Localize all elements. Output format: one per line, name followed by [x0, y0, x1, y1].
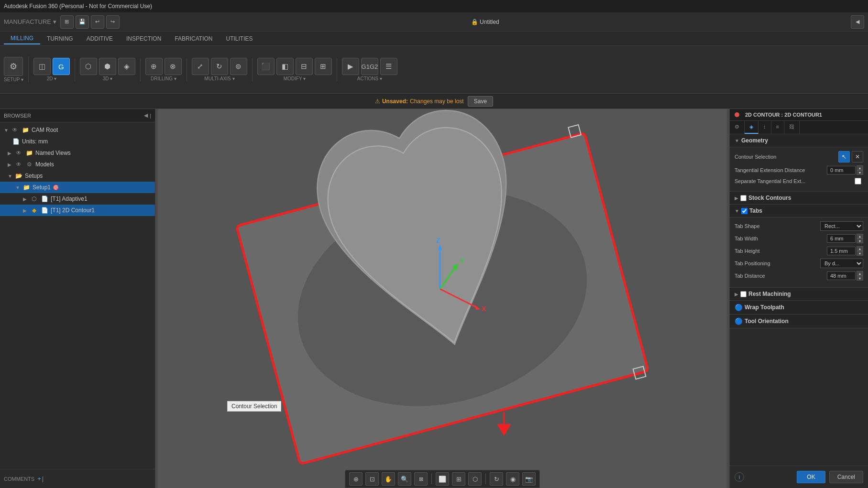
tree-item-models[interactable]: ▶ 👁 ⚙ Models	[0, 159, 155, 170]
redo-button[interactable]: ↪	[106, 15, 120, 29]
contour-select-button[interactable]: ↖	[838, 151, 850, 163]
2d-icon-2[interactable]: G	[53, 58, 70, 75]
rest-machining-checkbox[interactable]	[740, 291, 747, 297]
panel-tab-passes[interactable]: ≡	[771, 121, 784, 134]
drill-icon-2[interactable]: ⊗	[165, 58, 182, 75]
view-cube-icon[interactable]: ⬡	[468, 472, 482, 486]
tree-item-2dcontour1[interactable]: ▶ ◆ 📄 [T1] 2D Contour1	[0, 205, 155, 216]
tab-height-up[interactable]: ▲	[857, 246, 863, 251]
new-button[interactable]: ⊞	[60, 15, 74, 29]
tab-turning[interactable]: TURNING	[40, 33, 80, 44]
tab-width-input[interactable]	[827, 234, 856, 243]
tangential-ext-input[interactable]	[827, 166, 856, 174]
camera-icon[interactable]: 📷	[522, 472, 536, 486]
ok-button[interactable]: OK	[797, 471, 825, 483]
3d-icon-3[interactable]: ◈	[118, 58, 135, 75]
separate-tangential-checkbox[interactable]	[855, 178, 861, 184]
tangential-ext-up[interactable]: ▲	[857, 165, 863, 170]
multiaxis-icon-1[interactable]: ⤢	[192, 58, 209, 75]
modify-label[interactable]: MODIFY ▾	[284, 76, 306, 81]
manufacture-dropdown[interactable]: MANUFACTURE ▾	[4, 18, 56, 25]
panel-tab-linking[interactable]: ⛓	[784, 121, 800, 134]
tree-item-cam-root[interactable]: ▼ 👁 📁 CAM Root	[0, 124, 155, 136]
multiaxis-icon-2[interactable]: ↻	[211, 58, 228, 75]
stock-contours-header[interactable]: ▶ Stock Contours	[730, 192, 868, 205]
tab-height-input[interactable]	[827, 247, 856, 255]
tabs-enabled-checkbox[interactable]	[741, 208, 747, 214]
tab-width-up[interactable]: ▲	[857, 234, 863, 239]
tab-inspection[interactable]: INSPECTION	[120, 33, 168, 44]
modify-icon-4[interactable]: ⊞	[315, 58, 332, 75]
actions-label[interactable]: ACTIONS ▾	[357, 76, 382, 81]
orbit-icon[interactable]: ✋	[382, 472, 395, 486]
browser-expand-button[interactable]: |	[150, 112, 151, 119]
tangential-ext-down[interactable]: ▼	[857, 170, 863, 175]
multiaxis-icon-3[interactable]: ⊚	[230, 58, 247, 75]
drilling-label[interactable]: DRILLING ▾	[151, 76, 176, 81]
modify-icon-2[interactable]: ◧	[276, 58, 294, 75]
3d-icon-2[interactable]: ⬢	[99, 58, 116, 75]
save-button[interactable]: 💾	[76, 15, 89, 29]
setup-label[interactable]: SETUP ▾	[4, 77, 23, 82]
tab-fabrication[interactable]: FABRICATION	[168, 33, 219, 44]
actions-icon-3[interactable]: ☰	[380, 58, 397, 75]
browser-collapse-button[interactable]: ◀	[144, 112, 148, 119]
zoom-icon[interactable]: 🔍	[398, 472, 411, 486]
collapse-right-button[interactable]: ◀	[851, 15, 864, 29]
undo-button[interactable]: ↩	[91, 15, 104, 29]
panel-tab-geometry[interactable]: ◈	[745, 121, 758, 134]
save-file-button[interactable]: Save	[468, 96, 493, 107]
tree-item-units[interactable]: 📄 Units: mm	[0, 136, 155, 147]
3d-icon-1[interactable]: ⬡	[80, 58, 97, 75]
zoom-fit-icon[interactable]: ⊠	[414, 472, 428, 486]
tab-shape-select[interactable]: Rect... Tri...	[820, 221, 863, 231]
comments-add-button[interactable]: +	[37, 475, 41, 482]
tab-distance-down[interactable]: ▼	[857, 276, 863, 281]
tab-utilities[interactable]: UTILITIES	[220, 33, 260, 44]
left-sidebar: BROWSER ◀ | ▼ 👁 📁 CAM Root 📄 Units: mm ▶	[0, 109, 155, 488]
stock-contours-checkbox[interactable]	[740, 195, 747, 201]
pan-icon[interactable]: ⊕	[349, 472, 363, 486]
tab-distance-up[interactable]: ▲	[857, 271, 863, 276]
drilling-group: ⊕ ⊗ DRILLING ▾	[145, 58, 187, 81]
sphere-icon[interactable]: ◉	[506, 472, 519, 486]
adaptive1-label: [T1] Adaptive1	[51, 195, 88, 202]
2d-label[interactable]: 2D ▾	[47, 76, 57, 81]
tab-distance-input[interactable]	[827, 271, 856, 280]
viewport[interactable]: Y Z X Contour Selection ⊕ ⊡ ✋ �	[155, 109, 729, 488]
setup-icon[interactable]: ⚙	[4, 57, 23, 76]
tab-height-label: Tab Height	[735, 248, 827, 254]
wrap-toolpath-header[interactable]: 🔵 Wrap Toolpath	[730, 301, 868, 314]
actions-icon-2[interactable]: G1G2	[361, 58, 378, 75]
btm-icon-2[interactable]: ⊡	[365, 472, 379, 486]
tab-additive[interactable]: ADDITIVE	[80, 33, 120, 44]
drill-icon-1[interactable]: ⊕	[145, 58, 163, 75]
tabs-section-header[interactable]: ▼ Tabs	[730, 205, 868, 217]
comments-collapse-button[interactable]: |	[42, 475, 44, 482]
tree-item-named-views[interactable]: ▶ 👁 📁 Named Views	[0, 147, 155, 159]
modify-icon-3[interactable]: ⊟	[296, 58, 313, 75]
tab-height-down[interactable]: ▼	[857, 251, 863, 256]
geometry-section-header[interactable]: ▼ Geometry	[730, 134, 868, 147]
tab-width-down[interactable]: ▼	[857, 239, 863, 243]
display-mode-icon[interactable]: ⬜	[436, 472, 449, 486]
animation-icon[interactable]: ↻	[490, 472, 503, 486]
contour-remove-button[interactable]: ✕	[852, 151, 863, 163]
tree-item-setup1[interactable]: ▼ 📁 Setup1 🎯	[0, 182, 155, 193]
cancel-button[interactable]: Cancel	[829, 471, 863, 483]
rest-machining-header[interactable]: ▶ Rest Machining	[730, 288, 868, 301]
2d-icon-1[interactable]: ◫	[33, 58, 51, 75]
modify-icon-1[interactable]: ⬛	[257, 58, 275, 75]
tree-item-adaptive1[interactable]: ▶ ⬡ 📄 [T1] Adaptive1	[0, 193, 155, 205]
panel-tab-tool[interactable]: ⚙	[730, 121, 745, 134]
tab-milling[interactable]: MILLING	[4, 33, 40, 44]
tree-item-setups[interactable]: ▼ 📂 Setups	[0, 170, 155, 182]
panel-tab-heights[interactable]: ↕	[758, 121, 771, 134]
actions-icon-1[interactable]: ▶	[342, 58, 359, 75]
multiaxis-label[interactable]: MULTI-AXIS ▾	[204, 76, 234, 81]
3d-label[interactable]: 3D ▾	[103, 76, 113, 81]
tab-positioning-select[interactable]: By d... By n...	[820, 259, 863, 268]
info-icon[interactable]: i	[735, 472, 744, 482]
grid-icon[interactable]: ⊞	[452, 472, 465, 486]
tool-orientation-header[interactable]: 🔵 Tool Orientation	[730, 314, 868, 328]
